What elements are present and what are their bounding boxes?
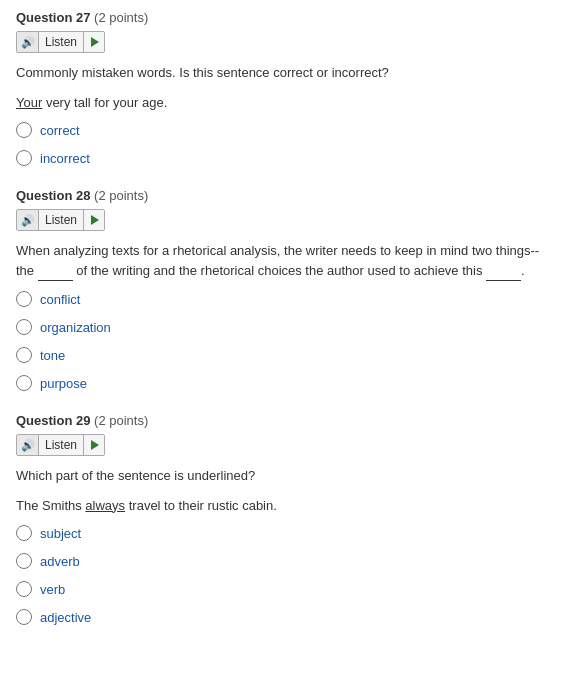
radio-incorrect[interactable] bbox=[16, 150, 32, 166]
question-27: Question 27 (2 points) 🔊 Listen Commonly… bbox=[16, 10, 556, 166]
play-button-27[interactable] bbox=[84, 31, 104, 53]
speaker-icon-29: 🔊 bbox=[21, 439, 35, 452]
listen-bar-29[interactable]: 🔊 Listen bbox=[16, 434, 105, 456]
listen-button-27[interactable]: Listen bbox=[39, 31, 84, 53]
listen-icon-box-27: 🔊 bbox=[17, 31, 39, 53]
option-item: incorrect bbox=[16, 150, 556, 166]
option-item: adjective bbox=[16, 609, 556, 625]
question-29-sentence: The Smiths always travel to their rustic… bbox=[16, 496, 556, 516]
listen-bar-28[interactable]: 🔊 Listen bbox=[16, 209, 105, 231]
option-item: adverb bbox=[16, 553, 556, 569]
question-28-title: Question 28 (2 points) bbox=[16, 188, 556, 203]
option-label-adverb[interactable]: adverb bbox=[40, 554, 80, 569]
question-29-title: Question 29 (2 points) bbox=[16, 413, 556, 428]
radio-adjective[interactable] bbox=[16, 609, 32, 625]
listen-bar-27[interactable]: 🔊 Listen bbox=[16, 31, 105, 53]
option-label-incorrect[interactable]: incorrect bbox=[40, 151, 90, 166]
question-28-text: When analyzing texts for a rhetorical an… bbox=[16, 241, 556, 281]
option-label-subject[interactable]: subject bbox=[40, 526, 81, 541]
play-triangle-29 bbox=[91, 440, 99, 450]
play-button-28[interactable] bbox=[84, 209, 104, 231]
radio-tone[interactable] bbox=[16, 347, 32, 363]
radio-organization[interactable] bbox=[16, 319, 32, 335]
speaker-icon-28: 🔊 bbox=[21, 214, 35, 227]
option-label-organization[interactable]: organization bbox=[40, 320, 111, 335]
listen-icon-box-28: 🔊 bbox=[17, 209, 39, 231]
radio-adverb[interactable] bbox=[16, 553, 32, 569]
option-label-correct[interactable]: correct bbox=[40, 123, 80, 138]
option-label-adjective[interactable]: adjective bbox=[40, 610, 91, 625]
listen-button-29[interactable]: Listen bbox=[39, 434, 84, 456]
blank-2 bbox=[486, 261, 521, 282]
question-27-sentence: Your very tall for your age. bbox=[16, 93, 556, 113]
blank-1 bbox=[38, 261, 73, 282]
option-item: verb bbox=[16, 581, 556, 597]
question-29-instruction: Which part of the sentence is underlined… bbox=[16, 466, 556, 486]
question-28-options: conflict organization tone purpose bbox=[16, 291, 556, 391]
play-triangle-28 bbox=[91, 215, 99, 225]
listen-button-28[interactable]: Listen bbox=[39, 209, 84, 231]
radio-verb[interactable] bbox=[16, 581, 32, 597]
option-item: conflict bbox=[16, 291, 556, 307]
question-29: Question 29 (2 points) 🔊 Listen Which pa… bbox=[16, 413, 556, 625]
option-item: purpose bbox=[16, 375, 556, 391]
option-label-conflict[interactable]: conflict bbox=[40, 292, 80, 307]
option-label-purpose[interactable]: purpose bbox=[40, 376, 87, 391]
option-item: organization bbox=[16, 319, 556, 335]
play-button-29[interactable] bbox=[84, 434, 104, 456]
radio-subject[interactable] bbox=[16, 525, 32, 541]
question-27-instruction: Commonly mistaken words. Is this sentenc… bbox=[16, 63, 556, 83]
option-label-verb[interactable]: verb bbox=[40, 582, 65, 597]
option-item: subject bbox=[16, 525, 556, 541]
radio-conflict[interactable] bbox=[16, 291, 32, 307]
option-item: tone bbox=[16, 347, 556, 363]
speaker-icon-27: 🔊 bbox=[21, 36, 35, 49]
play-triangle-27 bbox=[91, 37, 99, 47]
question-28: Question 28 (2 points) 🔊 Listen When ana… bbox=[16, 188, 556, 391]
radio-correct[interactable] bbox=[16, 122, 32, 138]
question-29-options: subject adverb verb adjective bbox=[16, 525, 556, 625]
question-27-title: Question 27 (2 points) bbox=[16, 10, 556, 25]
option-item: correct bbox=[16, 122, 556, 138]
radio-purpose[interactable] bbox=[16, 375, 32, 391]
option-label-tone[interactable]: tone bbox=[40, 348, 65, 363]
listen-icon-box-29: 🔊 bbox=[17, 434, 39, 456]
question-27-options: correct incorrect bbox=[16, 122, 556, 166]
